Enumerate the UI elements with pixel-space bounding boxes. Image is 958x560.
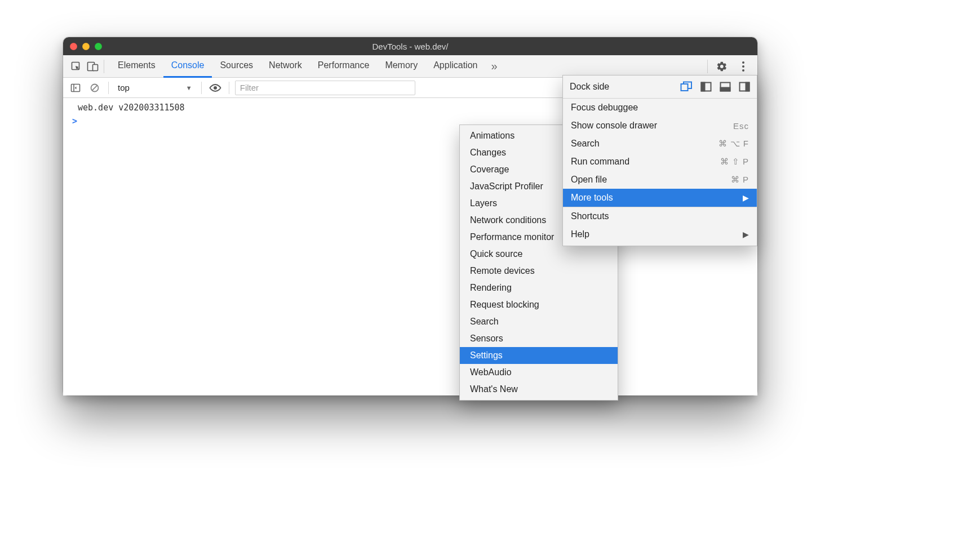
- submenu-item-label: Changes: [470, 148, 506, 157]
- minimize-window-button[interactable]: [82, 43, 90, 50]
- tabs-overflow-icon[interactable]: »: [485, 60, 503, 73]
- submenu-item-search[interactable]: Search: [460, 313, 618, 330]
- menu-item-shortcut: ⌘ ⇧ P: [720, 157, 749, 167]
- submenu-item-label: WebAudio: [470, 367, 512, 377]
- devtools-window: DevTools - web.dev/ ElementsConsoleSourc…: [63, 37, 757, 395]
- divider: [201, 82, 202, 94]
- submenu-item-what-s-new[interactable]: What's New: [460, 381, 618, 398]
- svg-point-3: [742, 61, 744, 64]
- live-expression-eye-icon[interactable]: [207, 80, 223, 96]
- divider: [108, 82, 109, 94]
- execution-context-select[interactable]: top ▼: [114, 83, 196, 92]
- menu-item-show-console-drawer[interactable]: Show console drawerEsc: [563, 117, 757, 135]
- submenu-item-rendering[interactable]: Rendering: [460, 279, 618, 296]
- submenu-item-quick-source[interactable]: Quick source: [460, 246, 618, 263]
- inspect-element-icon[interactable]: [68, 55, 85, 78]
- tab-performance[interactable]: Performance: [310, 55, 378, 78]
- tab-network[interactable]: Network: [261, 55, 310, 78]
- menu-item-label: Shortcuts: [571, 211, 609, 221]
- svg-rect-11: [702, 83, 705, 91]
- tab-sources[interactable]: Sources: [212, 55, 261, 78]
- submenu-item-label: What's New: [470, 384, 518, 394]
- submenu-item-webaudio[interactable]: WebAudio: [460, 364, 618, 381]
- tab-label: Application: [433, 60, 477, 70]
- window-title: DevTools - web.dev/: [63, 42, 757, 51]
- menu-item-label: Focus debuggee: [571, 103, 638, 113]
- menu-item-label: Search: [571, 139, 600, 149]
- tab-elements[interactable]: Elements: [110, 55, 163, 78]
- tab-label: Elements: [118, 60, 156, 70]
- tab-console[interactable]: Console: [163, 55, 212, 78]
- menu-item-label: Help: [571, 229, 589, 239]
- menu-item-label: Show console drawer: [571, 121, 657, 131]
- submenu-item-label: Rendering: [470, 283, 512, 292]
- dock-undock-icon[interactable]: [680, 81, 693, 92]
- menu-item-shortcut: Esc: [733, 121, 749, 131]
- svg-point-5: [742, 69, 744, 72]
- dock-left-icon[interactable]: [700, 82, 712, 92]
- tab-memory[interactable]: Memory: [377, 55, 425, 78]
- menu-item-label: Run command: [571, 157, 629, 167]
- divider: [707, 60, 708, 73]
- submenu-item-label: Quick source: [470, 249, 522, 259]
- panel-tabs-bar: ElementsConsoleSourcesNetworkPerformance…: [63, 55, 757, 78]
- submenu-item-label: Layers: [470, 198, 497, 208]
- divider: [104, 60, 104, 73]
- dock-side-label: Dock side: [570, 82, 675, 92]
- submenu-item-settings[interactable]: Settings: [460, 347, 618, 364]
- dock-right-icon[interactable]: [739, 82, 750, 92]
- tab-label: Sources: [220, 60, 253, 70]
- svg-rect-13: [721, 88, 730, 91]
- submenu-item-label: Animations: [470, 131, 515, 140]
- menu-item-shortcuts[interactable]: Shortcuts: [563, 207, 757, 225]
- svg-rect-9: [681, 84, 688, 91]
- submenu-item-label: Network conditions: [470, 215, 546, 225]
- dock-side-row: Dock side: [563, 75, 757, 98]
- close-window-button[interactable]: [70, 43, 77, 50]
- submenu-item-label: JavaScript Profiler: [470, 181, 543, 191]
- menu-item-run-command[interactable]: Run command⌘ ⇧ P: [563, 153, 757, 171]
- menu-item-open-file[interactable]: Open file⌘ P: [563, 171, 757, 189]
- chevron-right-icon: ▶: [743, 230, 749, 239]
- execution-context-label: top: [118, 83, 130, 92]
- svg-point-4: [742, 65, 744, 68]
- tab-label: Memory: [385, 60, 418, 70]
- divider: [229, 82, 229, 94]
- menu-item-search[interactable]: Search⌘ ⌥ F: [563, 135, 757, 153]
- menu-item-shortcut: ⌘ P: [731, 175, 749, 185]
- menu-item-more-tools[interactable]: More tools▶: [563, 189, 757, 207]
- console-filter-input[interactable]: [235, 81, 415, 95]
- submenu-item-label: Request blocking: [470, 300, 539, 309]
- device-toolbar-icon[interactable]: [85, 55, 101, 78]
- settings-gear-icon[interactable]: [712, 55, 731, 78]
- zoom-window-button[interactable]: [95, 43, 102, 50]
- dock-bottom-icon[interactable]: [720, 82, 731, 92]
- tab-application[interactable]: Application: [425, 55, 485, 78]
- more-options-icon[interactable]: [734, 55, 753, 78]
- submenu-item-label: Coverage: [470, 165, 509, 174]
- svg-rect-15: [746, 83, 749, 91]
- submenu-item-label: Performance monitor: [470, 232, 554, 242]
- window-controls: [70, 43, 102, 50]
- clear-console-icon[interactable]: [87, 80, 103, 96]
- tab-label: Console: [171, 60, 205, 70]
- submenu-item-label: Remote devices: [470, 266, 535, 275]
- submenu-item-label: Search: [470, 317, 499, 326]
- svg-point-8: [214, 86, 217, 90]
- submenu-item-label: Settings: [470, 350, 503, 360]
- menu-item-shortcut: ⌘ ⌥ F: [718, 139, 749, 149]
- menu-item-focus-debuggee[interactable]: Focus debuggee: [563, 99, 757, 117]
- main-menu: Dock side: [562, 75, 757, 246]
- tab-label: Performance: [318, 60, 370, 70]
- menu-item-label: More tools: [571, 193, 613, 203]
- tab-label: Network: [269, 60, 302, 70]
- chevron-right-icon: ▶: [743, 193, 749, 202]
- svg-rect-2: [93, 64, 98, 70]
- panel-tabs: ElementsConsoleSourcesNetworkPerformance…: [110, 55, 485, 78]
- submenu-item-remote-devices[interactable]: Remote devices: [460, 263, 618, 279]
- console-sidebar-toggle-icon[interactable]: [68, 80, 83, 96]
- submenu-item-sensors[interactable]: Sensors: [460, 330, 618, 347]
- menu-item-help[interactable]: Help▶: [563, 225, 757, 243]
- chevron-down-icon: ▼: [186, 85, 192, 91]
- submenu-item-request-blocking[interactable]: Request blocking: [460, 296, 618, 313]
